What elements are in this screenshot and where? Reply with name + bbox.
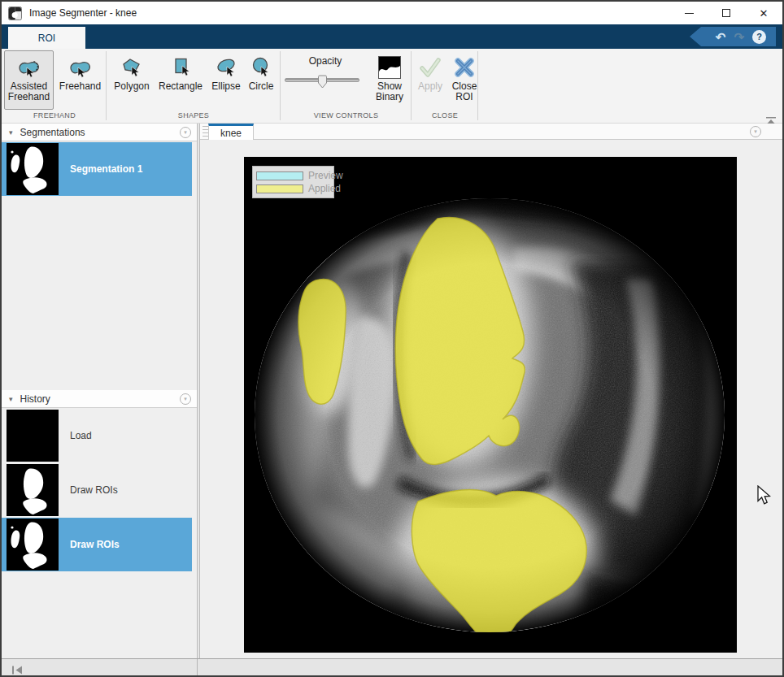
close-roi-button[interactable]: Close ROI [448, 50, 481, 110]
close-button[interactable]: ✕ [745, 2, 782, 24]
statusbar-divider [197, 659, 198, 676]
collapse-triangle-icon[interactable]: ▾ [9, 395, 13, 403]
window-border [0, 0, 784, 2]
segmentation-thumbnail [7, 143, 59, 195]
maximize-button[interactable] [708, 2, 745, 24]
window-border [0, 0, 2, 677]
help-icon[interactable]: ? [752, 30, 766, 44]
quick-access-toolbar: ↶ ↷ ? [690, 27, 776, 46]
rectangle-icon [169, 54, 192, 81]
group-label-view-controls: VIEW CONTROLS [281, 111, 411, 122]
collapse-triangle-icon[interactable]: ▾ [9, 128, 13, 137]
history-item-draw-rois-1[interactable]: Draw ROIs [2, 463, 192, 517]
opacity-slider[interactable] [285, 78, 359, 82]
rectangle-button[interactable]: Rectangle [155, 50, 206, 110]
history-thumbnail [7, 519, 59, 571]
group-label-shapes: SHAPES [107, 111, 280, 122]
tab-roi[interactable]: ROI [8, 27, 85, 49]
circle-button[interactable]: Circle [245, 50, 277, 110]
history-item-draw-rois-2[interactable]: Draw ROIs [2, 518, 192, 571]
image-canvas: Preview Applied [200, 140, 782, 658]
status-bar [2, 658, 782, 675]
history-title: History [20, 393, 50, 405]
freehand-icon [68, 54, 94, 81]
apply-check-icon [419, 54, 442, 81]
opacity-slider-thumb[interactable] [317, 75, 328, 92]
circle-icon [250, 54, 272, 81]
ribbon-toolbar: Assisted Freehand Freehand Polygon [2, 49, 782, 124]
ellipse-button[interactable]: Ellipse [207, 50, 245, 110]
mri-rendering [244, 157, 737, 653]
document-tabbar: knee ▾ [200, 124, 782, 140]
ribbon-separator [106, 51, 107, 120]
minimize-button[interactable] [670, 2, 708, 24]
group-label-close: CLOSE [412, 111, 477, 122]
title-bar: Image Segmenter - knee ✕ [2, 2, 782, 24]
section-menu-icon[interactable]: ▾ [180, 393, 191, 405]
history-header: ▾ History ▾ [2, 390, 197, 408]
undo-icon[interactable]: ↶ [716, 31, 726, 43]
legend-row-preview: Preview [256, 169, 330, 182]
app-icon [8, 7, 22, 20]
legend-row-applied: Applied [256, 182, 330, 195]
ribbon-tabstrip: ROI ↶ ↷ ? [2, 24, 782, 49]
maximize-icon [722, 9, 730, 17]
segmentations-header: ▾ Segmentations ▾ [2, 124, 197, 141]
window-title: Image Segmenter - knee [29, 7, 137, 19]
redo-icon[interactable]: ↷ [734, 31, 744, 43]
overlay-legend: Preview Applied [252, 166, 334, 198]
ribbon-separator [411, 51, 412, 120]
knee-mri-image[interactable]: Preview Applied [244, 157, 737, 653]
window-controls: ✕ [670, 2, 782, 24]
tabbar-menu-icon[interactable]: ▾ [750, 126, 761, 137]
opacity-label: Opacity [285, 55, 366, 67]
applied-swatch [256, 184, 303, 193]
history-thumbnail [7, 410, 59, 462]
polygon-button[interactable]: Polygon [110, 50, 154, 110]
group-label-freehand: FREEHAND [3, 111, 106, 122]
close-roi-icon [453, 54, 476, 81]
image-segmenter-window: Image Segmenter - knee ✕ ROI ↶ ↷ ? As [0, 0, 784, 677]
ribbon-separator [477, 51, 478, 120]
polygon-icon [120, 54, 143, 81]
history-thumbnail [7, 464, 59, 516]
assisted-freehand-icon [16, 54, 42, 81]
ellipse-icon [215, 54, 237, 81]
section-menu-icon[interactable]: ▾ [180, 127, 191, 138]
assisted-freehand-button[interactable]: Assisted Freehand [4, 50, 54, 110]
opacity-control: Opacity [285, 55, 366, 82]
freehand-button[interactable]: Freehand [56, 50, 104, 110]
tab-knee[interactable]: knee [208, 124, 254, 140]
show-binary-button[interactable]: Show Binary [369, 50, 410, 110]
mouse-cursor [757, 485, 771, 506]
apply-button[interactable]: Apply [414, 50, 446, 110]
segmentations-title: Segmentations [20, 127, 85, 138]
minimize-icon [685, 13, 694, 14]
show-binary-icon [378, 54, 401, 81]
segmentation-item[interactable]: Segmentation 1 [2, 142, 192, 196]
preview-swatch [256, 171, 303, 180]
ribbon-separator [280, 51, 281, 120]
history-item-load[interactable]: Load [2, 409, 192, 462]
close-icon: ✕ [760, 8, 769, 19]
